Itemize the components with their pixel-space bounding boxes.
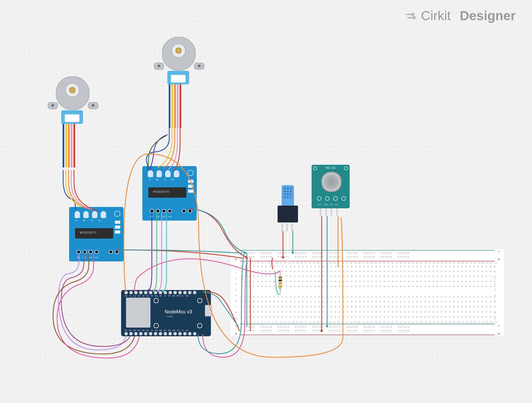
uln2003-driver-2[interactable]: A B C D ULN2003A IN1 IN2 IN3 IN4: [142, 166, 197, 221]
nodemcu-subtitle: LoLin: [167, 315, 173, 318]
nodemcu-pins-top: [124, 291, 196, 294]
uln2003-driver-1[interactable]: A B C D ULN2003A IN1 IN2 IN3 IN4: [69, 207, 124, 261]
mq135-module[interactable]: MQ-135 VCC GND DO AO: [312, 165, 350, 216]
resistor-10k[interactable]: [279, 272, 282, 293]
driver-2-chip-label: ULN2003A: [153, 190, 170, 193]
brand-name-2: Designer: [460, 8, 516, 23]
brand-icon: [405, 12, 418, 20]
brand-name-1: Cirkit: [421, 8, 451, 23]
mq135-label: MQ-135: [312, 166, 350, 169]
nodemcu-pins-bot: [124, 332, 196, 335]
stepper-motor-1[interactable]: [42, 67, 102, 132]
wires-layer: [0, 0, 532, 403]
dht11-module[interactable]: [275, 185, 301, 231]
svg-point-3: [413, 17, 415, 19]
nodemcu-board[interactable]: A0GVUS3S2S1SCSOSKG3VENRSTGVIN D0D1D2D3D4…: [121, 290, 211, 336]
breadboard-rail-top: [241, 251, 494, 260]
stepper-1-leads: [63, 124, 75, 167]
stepper-motor-2[interactable]: [148, 27, 208, 93]
breadboard[interactable]: − + − + − + − + 123456789101112131415161…: [230, 248, 505, 337]
breadboard-terminal-lower: [241, 296, 494, 319]
circuit-canvas[interactable]: Cirkit Designer: [0, 0, 532, 403]
breadboard-rail-bot: [241, 325, 494, 334]
svg-point-1: [412, 13, 414, 16]
nodemcu-title: NodeMcu v3: [165, 309, 192, 315]
stepper-2-leads: [169, 84, 181, 128]
driver-1-chip-label: ULN2003A: [79, 231, 96, 234]
brand-logo: Cirkit Designer: [405, 8, 516, 23]
